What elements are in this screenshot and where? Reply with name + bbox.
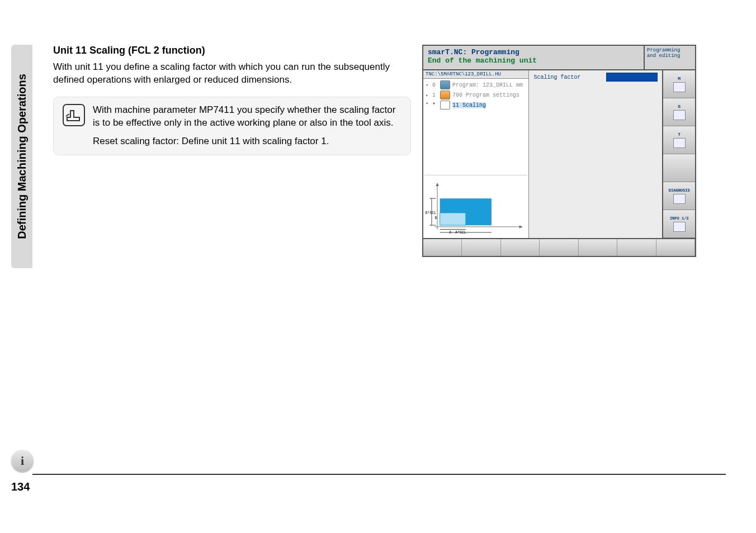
screen-mode: Programming and editing	[644, 46, 695, 69]
scaling-factor-input[interactable]	[606, 73, 658, 82]
softkey-s[interactable]: S	[663, 98, 695, 126]
softkey-label: INFO 1/3	[670, 216, 689, 221]
param-label: Scaling factor	[533, 74, 601, 80]
screen-headerbar: smarT.NC: Programming End of the machini…	[423, 46, 695, 69]
embedded-screenshot: smarT.NC: Programming End of the machini…	[422, 45, 696, 257]
tree-idx: 0	[432, 82, 438, 88]
tree-label: Program: 123_DRILL mm	[452, 82, 523, 88]
svg-marker-4	[436, 183, 439, 186]
softkey-label: M	[678, 76, 681, 81]
t-icon	[673, 138, 686, 148]
tree-row[interactable]: ▾ 0 Program: 123_DRILL mm	[423, 80, 528, 90]
tree-row[interactable]: * * 11 Scaling	[423, 100, 528, 110]
tree-idx: *	[432, 102, 438, 108]
scaling-graphic: B*SCL B A A*SCL	[424, 175, 527, 237]
svg-marker-6	[440, 213, 466, 225]
footer-softkey[interactable]	[656, 239, 695, 256]
tree-marker-icon: ▸	[426, 92, 430, 98]
screen-body: TNC:\SMARTNC\123_DRILL.HU ▾ 0 Program: 1…	[423, 69, 695, 238]
diagnosis-icon	[673, 194, 686, 204]
screen-mode-line2: and editing	[647, 54, 693, 59]
softkey-label: S	[678, 104, 681, 109]
svg-marker-2	[519, 225, 523, 229]
screen-title-line2: End of the machining unit	[428, 56, 639, 65]
footer-softkey[interactable]	[462, 239, 500, 256]
screen-title-line1: smarT.NC: Programming	[428, 48, 639, 56]
tree-marker-icon: *	[426, 102, 430, 108]
s-icon	[673, 110, 686, 120]
footer-softkey[interactable]	[579, 239, 617, 256]
tree-row[interactable]: ▸ 1 700 Program settings	[423, 90, 528, 100]
sidebar-tab: Defining Machining Operations	[11, 45, 32, 268]
softkey-diagnosis[interactable]: DIAGNOSIS	[663, 182, 695, 210]
m-icon	[673, 82, 686, 92]
screen-tree-panel: TNC:\SMARTNC\123_DRILL.HU ▾ 0 Program: 1…	[423, 70, 529, 238]
param-row: Scaling factor	[529, 70, 662, 84]
screen-softkey-column: M S T DIAGNOSIS INFO 1/3	[662, 70, 695, 238]
note-text: With machine parameter MP7411 you specif…	[93, 104, 401, 148]
screen-title: smarT.NC: Programming End of the machini…	[423, 46, 644, 69]
bscl-label: B*SCL	[426, 211, 436, 215]
info-icon	[673, 222, 686, 232]
scaling-icon	[440, 101, 450, 110]
footer-softkey[interactable]	[540, 239, 578, 256]
note-box: With machine parameter MP7411 you specif…	[53, 97, 411, 155]
footer-rule	[32, 474, 726, 475]
page-number: 134	[11, 480, 30, 493]
footer-softkey[interactable]	[501, 239, 540, 256]
info-bubble-icon: i	[11, 450, 34, 472]
softkey-blank[interactable]	[663, 154, 695, 182]
ascl-label: A*SCL	[455, 231, 466, 235]
sidebar-title: Defining Machining Operations	[16, 74, 29, 239]
screen-path: TNC:\SMARTNC\123_DRILL.HU	[423, 70, 528, 79]
settings-icon	[440, 91, 450, 99]
softkey-info[interactable]: INFO 1/3	[663, 210, 695, 238]
tree-collapse-icon[interactable]: ▾	[426, 82, 430, 88]
softkey-t[interactable]: T	[663, 126, 695, 154]
program-icon	[440, 80, 450, 89]
note-p1: With machine parameter MP7411 you specif…	[93, 104, 401, 130]
softkey-label: DIAGNOSIS	[669, 188, 690, 193]
screen-param-panel: Scaling factor	[529, 70, 662, 238]
program-tree: ▾ 0 Program: 123_DRILL mm ▸ 1 700 Progra…	[423, 79, 528, 111]
note-hand-icon	[63, 104, 85, 126]
screen-footer-softkeys	[423, 238, 695, 256]
note-p2: Reset scaling factor: Define unit 11 wit…	[93, 135, 401, 148]
tree-label: 700 Program settings	[452, 92, 519, 98]
body-paragraph: With unit 11 you define a scaling factor…	[53, 61, 411, 87]
softkey-m[interactable]: M	[663, 70, 695, 98]
softkey-label: T	[678, 132, 681, 137]
main-content: Unit 11 Scaling (FCL 2 function) With un…	[53, 45, 411, 155]
b-label: B	[434, 216, 437, 220]
tree-label: 11 Scaling	[452, 102, 486, 108]
tree-idx: 1	[432, 92, 438, 98]
footer-softkey[interactable]	[423, 239, 462, 256]
footer-softkey[interactable]	[617, 239, 656, 256]
section-heading: Unit 11 Scaling (FCL 2 function)	[53, 45, 411, 56]
